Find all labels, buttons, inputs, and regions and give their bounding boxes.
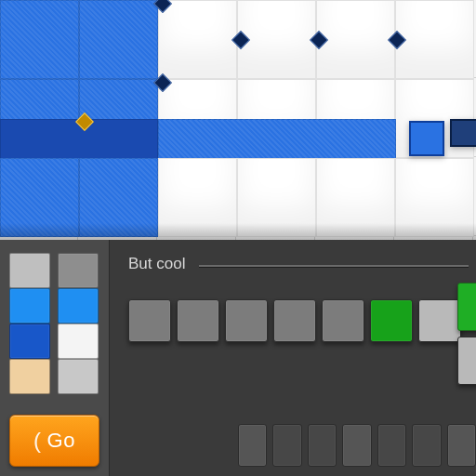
- canvas-accent-block[interactable]: [409, 121, 444, 156]
- canvas-bottom-shadow: [0, 223, 476, 240]
- extra-swatch-light[interactable]: [457, 337, 476, 385]
- sidebar-swatch[interactable]: [9, 288, 50, 324]
- bottom-slot[interactable]: [308, 424, 337, 467]
- color-palette: [128, 299, 476, 342]
- sidebar-swatch[interactable]: [9, 324, 50, 359]
- canvas-tile[interactable]: [158, 0, 237, 79]
- sidebar-swatch[interactable]: [58, 324, 99, 359]
- extra-swatch-green[interactable]: [457, 283, 476, 331]
- field-underline: [199, 265, 469, 267]
- extra-palette: [457, 283, 476, 387]
- swatch-sidebar: ( Go: [0, 240, 110, 476]
- properties-area: But cool: [110, 240, 476, 476]
- bottom-slot[interactable]: [447, 424, 476, 467]
- canvas-tile[interactable]: [158, 119, 396, 160]
- sidebar-swatch[interactable]: [58, 288, 99, 324]
- palette-swatch[interactable]: [225, 299, 268, 342]
- sidebar-swatch[interactable]: [9, 253, 50, 288]
- palette-swatch[interactable]: [418, 299, 461, 342]
- bottom-slot-strip: [238, 424, 476, 472]
- go-button-label: Go: [47, 429, 75, 453]
- canvas-tile[interactable]: [0, 0, 79, 79]
- bottom-slot[interactable]: [377, 424, 406, 467]
- field-label: But cool: [128, 255, 476, 273]
- sidebar-swatch[interactable]: [9, 359, 50, 394]
- bottom-slot[interactable]: [238, 424, 267, 467]
- palette-swatch[interactable]: [128, 299, 171, 342]
- sidebar-swatch[interactable]: [58, 253, 99, 288]
- palette-swatch[interactable]: [177, 299, 219, 342]
- canvas-accent-block[interactable]: [450, 119, 476, 147]
- bottom-slot[interactable]: [272, 424, 301, 467]
- editor-panel: ( Go But cool: [0, 240, 476, 476]
- bottom-slot[interactable]: [412, 424, 441, 467]
- bottom-slot[interactable]: [342, 424, 371, 467]
- palette-swatch[interactable]: [370, 299, 413, 342]
- canvas-tile[interactable]: [395, 0, 474, 79]
- go-button[interactable]: ( Go: [9, 415, 99, 467]
- canvas-tile[interactable]: [79, 0, 158, 79]
- go-button-decoration: (: [33, 428, 42, 454]
- palette-swatch[interactable]: [322, 299, 364, 342]
- sidebar-swatch[interactable]: [58, 359, 99, 394]
- palette-swatch[interactable]: [273, 299, 316, 342]
- tile-canvas[interactable]: [0, 0, 476, 240]
